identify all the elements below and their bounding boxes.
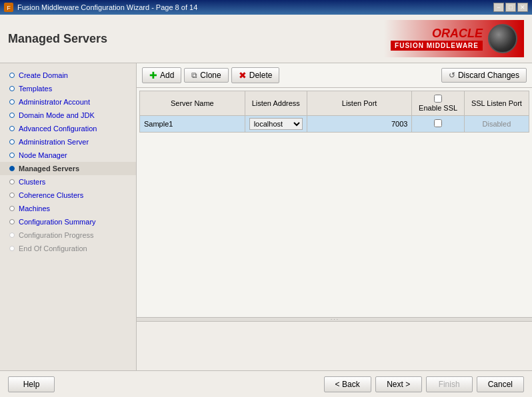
sidebar-item-end-of-configuration: End Of Configuration — [0, 242, 136, 255]
finish-button: Finish — [426, 376, 473, 392]
sidebar-dot-machines — [9, 206, 15, 211]
resize-handle[interactable]: · · · — [137, 318, 532, 322]
listen-port-input[interactable] — [311, 120, 408, 128]
add-icon: ✚ — [149, 70, 157, 81]
table-area: Server Name Listen Address Listen Port E… — [137, 88, 532, 317]
cell-server-name[interactable] — [140, 116, 245, 133]
add-button[interactable]: ✚ Add — [142, 67, 181, 83]
sidebar-dot-config-progress — [9, 232, 15, 238]
cell-listen-port[interactable] — [307, 116, 412, 133]
sidebar-item-advanced-config[interactable]: Advanced Configuration — [0, 122, 136, 135]
sidebar-dot-managed — [9, 166, 15, 171]
resize-dots-icon: · · · — [331, 316, 338, 322]
main-panel: ✚ Add ⧉ Clone ✖ Delete ↺ Discard Changes — [137, 63, 532, 370]
enable-ssl-header-checkbox[interactable] — [434, 95, 442, 103]
sidebar-dot-config-summary — [9, 219, 15, 224]
cancel-button[interactable]: Cancel — [477, 376, 524, 392]
window-controls: − □ ✕ — [493, 3, 528, 12]
main-window: Managed Servers ORACLE FUSION MIDDLEWARE… — [0, 15, 532, 397]
table-row: localhost Disabled — [140, 116, 529, 133]
sidebar-item-managed-servers: Managed Servers — [0, 162, 136, 175]
sidebar-item-coherence-clusters[interactable]: Coherence Clusters — [0, 189, 136, 202]
sidebar-item-templates[interactable]: Templates — [0, 82, 136, 95]
maximize-button[interactable]: □ — [505, 3, 516, 12]
delete-button[interactable]: ✖ Delete — [231, 67, 280, 83]
sidebar-item-domain-mode[interactable]: Domain Mode and JDK — [0, 109, 136, 122]
sidebar-dot-admin-server — [9, 139, 15, 145]
col-ssl-listen-port: SSL Listen Port — [464, 91, 529, 116]
discard-changes-button[interactable]: ↺ Discard Changes — [441, 68, 527, 83]
app-icon: F — [4, 3, 13, 12]
oracle-ball-icon — [488, 24, 517, 53]
page-title: Managed Servers — [8, 32, 107, 46]
bottom-section: · · · — [137, 317, 532, 370]
oracle-logo: ORACLE FUSION MIDDLEWARE — [384, 20, 524, 57]
clone-button[interactable]: ⧉ Clone — [184, 68, 228, 83]
minimize-button[interactable]: − — [493, 3, 504, 12]
svg-text:F: F — [7, 5, 11, 11]
sidebar-dot-create-domain — [9, 73, 15, 78]
enable-ssl-checkbox[interactable] — [434, 119, 442, 127]
sidebar-item-create-domain[interactable]: Create Domain — [0, 69, 136, 82]
col-server-name: Server Name — [140, 91, 245, 116]
sidebar-dot-end-config — [9, 246, 15, 251]
title-bar: F Fusion Middleware Configuration Wizard… — [0, 0, 532, 15]
discard-icon: ↺ — [449, 71, 455, 80]
sidebar-dot-admin — [9, 99, 15, 105]
servers-table: Server Name Listen Address Listen Port E… — [139, 91, 529, 133]
sidebar-item-configuration-summary[interactable]: Configuration Summary — [0, 215, 136, 228]
help-button[interactable]: Help — [8, 376, 55, 392]
content-area: Create Domain Templates Administrator Ac… — [0, 63, 532, 370]
sidebar-dot-domain — [9, 113, 15, 118]
footer: Help < Back Next > Finish Cancel — [0, 370, 532, 397]
server-name-input[interactable] — [144, 120, 241, 128]
sidebar-dot-coherence — [9, 193, 15, 198]
back-button[interactable]: < Back — [324, 376, 371, 392]
sidebar-item-machines[interactable]: Machines — [0, 202, 136, 215]
clone-icon: ⧉ — [191, 71, 197, 80]
sidebar-dot-templates — [9, 86, 15, 91]
nav-buttons: < Back Next > Finish Cancel — [324, 376, 524, 392]
col-listen-address: Listen Address — [245, 91, 307, 116]
sidebar-item-administrator-account[interactable]: Administrator Account — [0, 95, 136, 109]
sidebar-dot-advanced — [9, 126, 15, 131]
toolbar: ✚ Add ⧉ Clone ✖ Delete ↺ Discard Changes — [137, 63, 532, 88]
title-bar-text: Fusion Middleware Configuration Wizard -… — [17, 3, 197, 11]
delete-icon: ✖ — [239, 70, 247, 81]
sidebar-item-node-manager[interactable]: Node Manager — [0, 149, 136, 162]
sidebar-dot-node — [9, 153, 15, 158]
col-listen-port: Listen Port — [307, 91, 412, 116]
col-enable-ssl: Enable SSL — [412, 91, 464, 116]
cell-enable-ssl[interactable] — [412, 116, 464, 133]
close-button[interactable]: ✕ — [517, 3, 528, 12]
cell-listen-address: localhost — [245, 116, 307, 133]
oracle-subtitle: FUSION MIDDLEWARE — [391, 41, 483, 51]
sidebar-item-configuration-progress: Configuration Progress — [0, 228, 136, 242]
sidebar-dot-clusters — [9, 179, 15, 185]
oracle-name: ORACLE — [432, 27, 483, 41]
sidebar-item-clusters[interactable]: Clusters — [0, 175, 136, 189]
cell-ssl-listen-port: Disabled — [464, 116, 529, 133]
sidebar: Create Domain Templates Administrator Ac… — [0, 63, 137, 370]
listen-address-select[interactable]: localhost — [249, 118, 303, 130]
page-header: Managed Servers ORACLE FUSION MIDDLEWARE — [0, 15, 532, 63]
sidebar-item-administration-server[interactable]: Administration Server — [0, 135, 136, 149]
next-button[interactable]: Next > — [375, 376, 422, 392]
